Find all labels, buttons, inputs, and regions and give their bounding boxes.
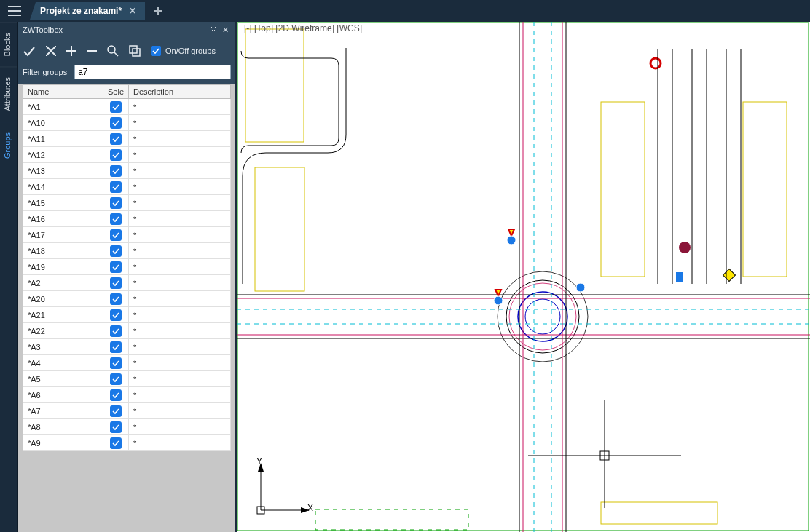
table-row[interactable]: *A15*	[23, 195, 231, 211]
cell-name: *A19	[23, 259, 103, 275]
side-tab-attributes[interactable]: Attributes	[0, 66, 17, 121]
table-row[interactable]: *A20*	[23, 291, 231, 307]
cell-name: *A21	[23, 307, 103, 323]
remove-icon[interactable]	[87, 46, 97, 56]
new-tab-button[interactable]	[149, 2, 167, 20]
svg-marker-42	[508, 229, 514, 236]
side-tab-blocks[interactable]: Blocks	[0, 22, 17, 66]
filter-input[interactable]	[74, 65, 231, 79]
table-row[interactable]: *A19*	[23, 259, 231, 275]
cell-desc: *	[129, 387, 231, 403]
svg-rect-38	[601, 502, 717, 524]
add-icon[interactable]	[66, 46, 76, 56]
cell-desc: *	[129, 259, 231, 275]
cell-selected[interactable]	[103, 115, 129, 131]
cell-desc: *	[129, 371, 231, 387]
cell-selected[interactable]	[103, 291, 129, 307]
onoff-groups-toggle[interactable]: On/Off groups	[151, 46, 216, 56]
cell-selected[interactable]	[103, 355, 129, 371]
table-row[interactable]: *A10*	[23, 115, 231, 131]
cell-name: *A12	[23, 147, 103, 163]
cell-desc: *	[129, 435, 231, 451]
svg-rect-13	[133, 49, 140, 56]
cell-name: *A18	[23, 243, 103, 259]
search-icon[interactable]	[107, 45, 119, 57]
confirm-icon[interactable]	[23, 45, 36, 57]
cell-name: *A11	[23, 131, 103, 147]
cell-name: *A17	[23, 227, 103, 243]
table-row[interactable]: *A8*	[23, 419, 231, 435]
cell-selected[interactable]	[103, 403, 129, 419]
cell-selected[interactable]	[103, 275, 129, 291]
cell-desc: *	[129, 403, 231, 419]
cell-selected[interactable]	[103, 259, 129, 275]
copy-icon[interactable]	[129, 45, 141, 57]
cell-desc: *	[129, 99, 231, 115]
table-row[interactable]: *A6*	[23, 387, 231, 403]
checkbox-icon	[110, 165, 122, 177]
cancel-icon[interactable]	[46, 46, 56, 56]
checkbox-icon	[110, 357, 122, 369]
table-row[interactable]: *A2*	[23, 275, 231, 291]
cell-selected[interactable]	[103, 435, 129, 451]
document-tab-label: Projekt ze znakami*	[40, 6, 122, 16]
cell-selected[interactable]	[103, 147, 129, 163]
table-row[interactable]: *A17*	[23, 227, 231, 243]
col-desc[interactable]: Description	[129, 85, 231, 99]
cell-selected[interactable]	[103, 339, 129, 355]
hamburger-menu-icon[interactable]	[4, 0, 25, 22]
cell-name: *A1	[23, 99, 103, 115]
title-bar: Projekt ze znakami* ✕	[0, 0, 810, 22]
cell-selected[interactable]	[103, 179, 129, 195]
svg-rect-34	[255, 167, 304, 291]
cell-selected[interactable]	[103, 243, 129, 259]
svg-point-40	[650, 58, 661, 68]
table-row[interactable]: *A13*	[23, 163, 231, 179]
cell-selected[interactable]	[103, 163, 129, 179]
cell-selected[interactable]	[103, 227, 129, 243]
checkbox-icon	[110, 277, 122, 289]
table-row[interactable]: *A4*	[23, 355, 231, 371]
col-name[interactable]: Name	[23, 85, 103, 99]
cell-name: *A10	[23, 115, 103, 131]
cell-selected[interactable]	[103, 371, 129, 387]
col-sele[interactable]: Sele	[103, 85, 129, 99]
zwtoolbox-panel: ZWToolbox ✕ On/Off groups	[18, 22, 237, 532]
cell-selected[interactable]	[103, 131, 129, 147]
svg-rect-33	[245, 29, 304, 142]
document-tab[interactable]: Projekt ze znakami* ✕	[30, 2, 145, 20]
cell-name: *A5	[23, 371, 103, 387]
table-row[interactable]: *A16*	[23, 211, 231, 227]
table-row[interactable]: *A5*	[23, 371, 231, 387]
table-row[interactable]: *A12*	[23, 147, 231, 163]
drawing-viewport[interactable]: [-] [Top] [2D Wireframe] [WCS]	[237, 22, 810, 532]
cell-selected[interactable]	[103, 307, 129, 323]
svg-point-18	[506, 280, 579, 353]
cell-desc: *	[129, 163, 231, 179]
checkbox-icon	[110, 229, 122, 241]
pin-icon[interactable]	[208, 25, 219, 34]
table-row[interactable]: *A9*	[23, 435, 231, 451]
axis-x-label: X	[307, 503, 313, 513]
cell-desc: *	[129, 323, 231, 339]
cell-selected[interactable]	[103, 387, 129, 403]
viewport-label[interactable]: [-] [Top] [2D Wireframe] [WCS]	[244, 23, 362, 33]
cell-selected[interactable]	[103, 195, 129, 211]
cell-selected[interactable]	[103, 99, 129, 115]
table-row[interactable]: *A22*	[23, 323, 231, 339]
table-row[interactable]: *A7*	[23, 403, 231, 419]
table-row[interactable]: *A3*	[23, 339, 231, 355]
cell-selected[interactable]	[103, 323, 129, 339]
table-row[interactable]: *A14*	[23, 179, 231, 195]
close-icon[interactable]: ✕	[129, 6, 136, 16]
cell-name: *A20	[23, 291, 103, 307]
checkbox-icon	[110, 405, 122, 417]
cell-selected[interactable]	[103, 211, 129, 227]
cell-selected[interactable]	[103, 419, 129, 435]
table-row[interactable]: *A18*	[23, 243, 231, 259]
close-panel-icon[interactable]: ✕	[219, 25, 231, 35]
side-tab-groups[interactable]: Groups	[0, 122, 17, 169]
table-row[interactable]: *A21*	[23, 307, 231, 323]
table-row[interactable]: *A1*	[23, 99, 231, 115]
table-row[interactable]: *A11*	[23, 131, 231, 147]
